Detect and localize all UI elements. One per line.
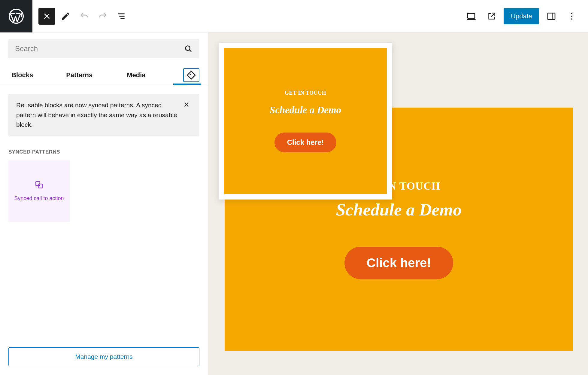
close-inserter-button[interactable] bbox=[38, 8, 55, 25]
notice-close-button[interactable] bbox=[183, 101, 192, 109]
external-icon bbox=[487, 11, 496, 21]
redo-button[interactable] bbox=[94, 8, 111, 25]
close-icon bbox=[42, 11, 52, 21]
svg-rect-8 bbox=[36, 182, 40, 186]
cta-heading: Schedule a Demo bbox=[336, 200, 462, 220]
toolbar-right: Update bbox=[463, 8, 588, 25]
editor-canvas[interactable]: GET IN TOUCH Schedule a Demo Click here!… bbox=[208, 32, 588, 375]
edit-button[interactable] bbox=[57, 8, 74, 25]
settings-panel-button[interactable] bbox=[543, 8, 560, 25]
svg-rect-7 bbox=[187, 71, 195, 79]
svg-point-3 bbox=[571, 13, 572, 14]
svg-rect-1 bbox=[468, 13, 475, 18]
svg-point-4 bbox=[571, 15, 572, 17]
tab-media[interactable]: Media bbox=[124, 71, 148, 79]
wp-logo[interactable] bbox=[0, 0, 32, 32]
notice-text: Reusable blocks are now synced patterns.… bbox=[16, 100, 179, 130]
pattern-preview-floating: GET IN TOUCH Schedule a Demo Click here! bbox=[219, 43, 392, 200]
options-button[interactable] bbox=[563, 8, 580, 25]
svg-point-5 bbox=[571, 18, 572, 20]
undo-icon bbox=[79, 11, 89, 21]
wordpress-icon bbox=[8, 8, 25, 25]
svg-rect-9 bbox=[38, 184, 42, 188]
preview-button: Click here! bbox=[274, 133, 337, 152]
preview-eyebrow: GET IN TOUCH bbox=[285, 90, 326, 96]
preview-heading: Schedule a Demo bbox=[270, 105, 341, 116]
cta-button[interactable]: Click here! bbox=[344, 247, 453, 279]
pattern-preview-content: GET IN TOUCH Schedule a Demo Click here! bbox=[224, 48, 387, 194]
tab-blocks[interactable]: Blocks bbox=[8, 71, 36, 79]
preview-external-button[interactable] bbox=[483, 8, 500, 25]
update-button[interactable]: Update bbox=[504, 8, 539, 24]
tab-synced-patterns[interactable] bbox=[183, 68, 199, 82]
pattern-card-synced-cta[interactable]: Synced call to action bbox=[8, 160, 70, 222]
pattern-icon bbox=[34, 180, 44, 190]
close-icon bbox=[183, 101, 190, 108]
view-button[interactable] bbox=[463, 8, 480, 25]
svg-point-6 bbox=[186, 46, 190, 50]
search-field-wrap bbox=[8, 39, 199, 58]
sidebar-icon bbox=[547, 11, 556, 21]
manage-patterns-button[interactable]: Manage my patterns bbox=[8, 347, 199, 366]
dots-vertical-icon bbox=[567, 11, 577, 21]
search-input[interactable] bbox=[15, 44, 184, 53]
redo-icon bbox=[98, 11, 108, 21]
synced-notice: Reusable blocks are now synced patterns.… bbox=[8, 94, 199, 136]
pencil-icon bbox=[61, 11, 70, 21]
tab-patterns[interactable]: Patterns bbox=[63, 71, 95, 79]
toolbar-left bbox=[32, 8, 130, 25]
synced-patterns-heading: SYNCED PATTERNS bbox=[0, 145, 208, 160]
device-icon bbox=[466, 11, 476, 21]
pattern-card-label: Synced call to action bbox=[9, 195, 69, 202]
inserter-panel: Blocks Patterns Media Reusable blocks ar… bbox=[0, 32, 208, 375]
inserter-tabs: Blocks Patterns Media bbox=[0, 65, 208, 85]
topbar: Update bbox=[0, 0, 588, 32]
active-tab-indicator bbox=[173, 84, 201, 85]
document-overview-button[interactable] bbox=[113, 8, 130, 25]
synced-icon bbox=[186, 70, 196, 80]
search-icon bbox=[184, 44, 193, 53]
svg-rect-2 bbox=[548, 13, 555, 19]
undo-button[interactable] bbox=[76, 8, 92, 25]
list-icon bbox=[117, 11, 126, 21]
